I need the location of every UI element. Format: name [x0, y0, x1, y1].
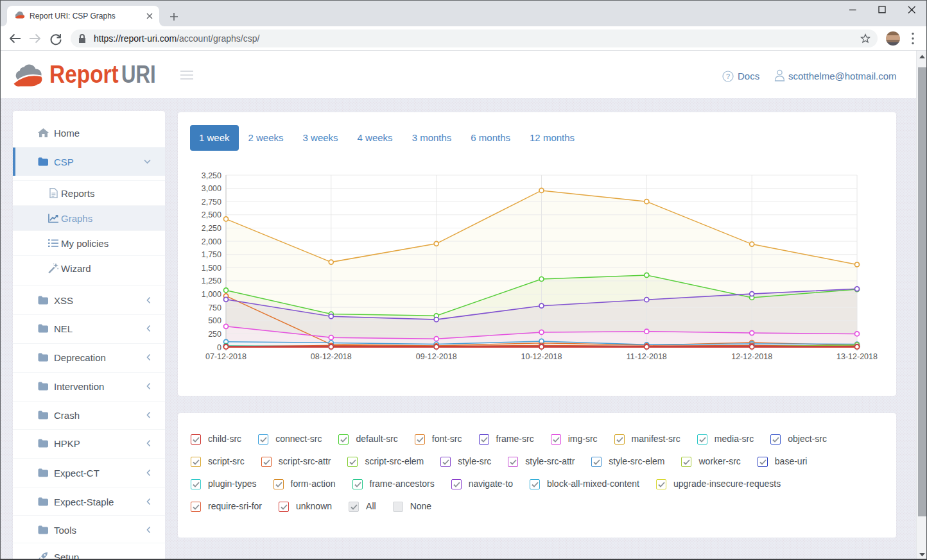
svg-text:0: 0 [217, 343, 221, 352]
svg-text:10-12-2018: 10-12-2018 [521, 352, 562, 361]
svg-text:500: 500 [208, 316, 221, 325]
svg-text:1,000: 1,000 [202, 290, 221, 299]
svg-text:250: 250 [208, 330, 221, 339]
svg-text:750: 750 [208, 303, 221, 312]
svg-text:1,500: 1,500 [202, 264, 221, 273]
svg-text:2,250: 2,250 [202, 224, 221, 233]
svg-text:12-12-2018: 12-12-2018 [731, 352, 772, 361]
svg-text:2,000: 2,000 [202, 237, 221, 246]
svg-text:1,250: 1,250 [202, 276, 221, 285]
svg-text:07-12-2018: 07-12-2018 [205, 352, 247, 361]
svg-text:11-12-2018: 11-12-2018 [627, 352, 667, 361]
svg-text:2,750: 2,750 [202, 198, 221, 207]
svg-text:?: ? [726, 72, 730, 80]
svg-text:09-12-2018: 09-12-2018 [416, 352, 457, 361]
svg-text:3,250: 3,250 [202, 171, 221, 180]
svg-text:1,750: 1,750 [202, 250, 221, 259]
svg-text:2,500: 2,500 [202, 210, 221, 219]
svg-text:13-12-2018: 13-12-2018 [836, 352, 878, 361]
svg-text:08-12-2018: 08-12-2018 [311, 352, 352, 361]
svg-text:3,000: 3,000 [202, 184, 221, 193]
